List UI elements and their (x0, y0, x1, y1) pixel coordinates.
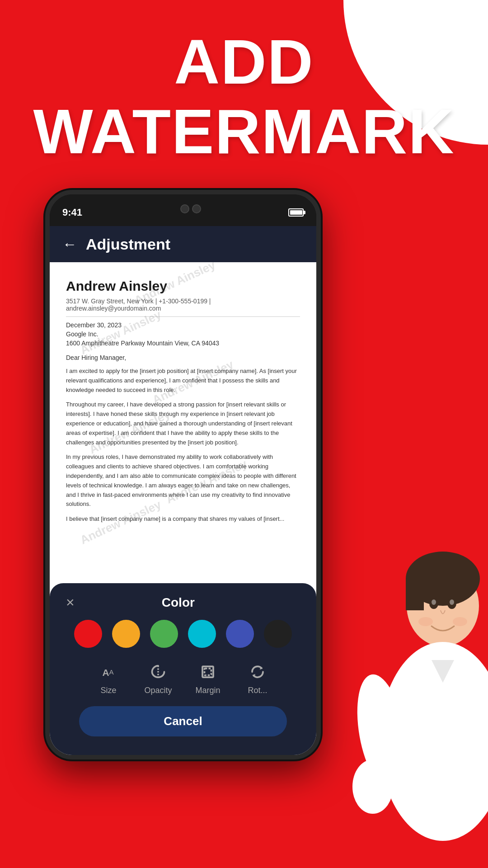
close-button[interactable]: × (66, 594, 75, 611)
person-svg (303, 552, 488, 868)
tool-margin[interactable]: Margin (183, 661, 233, 695)
bottom-panel: × Color AA (50, 583, 316, 755)
svg-text:A: A (109, 668, 114, 676)
tool-row: AA Size Opacity (50, 657, 316, 700)
cancel-button[interactable]: Cancel (79, 706, 287, 736)
doc-para-1: I am excited to apply for the [insert jo… (66, 367, 300, 395)
text-size-icon: AA (98, 661, 119, 682)
person-image (298, 552, 488, 868)
color-swatch-black[interactable] (264, 620, 292, 648)
svg-rect-6 (406, 579, 424, 610)
svg-point-15 (432, 599, 436, 605)
doc-para-2: Throughout my career, I have developed a… (66, 400, 300, 447)
rotation-label: Rot... (248, 686, 267, 695)
svg-point-18 (453, 617, 467, 626)
doc-address: 1600 Amphitheatre Parkway Mountain View,… (66, 340, 300, 347)
battery-icon (288, 208, 304, 217)
color-swatches (61, 615, 305, 657)
doc-para-4: I believe that [insert company name] is … (66, 514, 300, 524)
rotate-icon (247, 661, 268, 682)
svg-point-17 (418, 617, 433, 626)
page-title: Adjustment (86, 236, 170, 253)
status-time: 9:41 (62, 207, 82, 218)
app-header: ← Adjustment (50, 226, 316, 262)
color-swatch-cyan[interactable] (188, 620, 216, 648)
color-swatch-blue[interactable] (226, 620, 254, 648)
hero-title: ADD WATERMARK (0, 27, 488, 166)
size-label: Size (100, 686, 116, 695)
doc-company: Google Inc. (66, 330, 300, 338)
camera-notch (151, 198, 215, 212)
opacity-icon (148, 661, 169, 682)
svg-point-11 (352, 760, 393, 814)
color-swatch-orange[interactable] (112, 620, 140, 648)
document-inner: Andrew Ainsley 3517 W. Gray Street, New … (50, 262, 316, 538)
panel-header: × Color (50, 583, 316, 615)
doc-name: Andrew Ainsley (66, 278, 300, 294)
doc-contact: 3517 W. Gray Street, New York | +1-300-5… (66, 297, 300, 317)
document-content: Andrew Ainsley 3517 W. Gray Street, New … (50, 262, 316, 755)
panel-title: Color (162, 595, 195, 610)
battery-fill (290, 210, 302, 215)
margin-icon (197, 661, 218, 682)
color-swatch-red[interactable] (74, 620, 102, 648)
tool-rotation[interactable]: Rot... (233, 661, 282, 695)
hero-section: ADD WATERMARK (0, 27, 488, 166)
doc-para-3: In my previous roles, I have demonstrate… (66, 453, 300, 509)
camera-bump (180, 204, 201, 213)
status-bar: 9:41 (50, 194, 316, 226)
doc-salutation: Dear Hiring Manager, (66, 354, 300, 361)
opacity-label: Opacity (144, 686, 172, 695)
margin-label: Margin (195, 686, 220, 695)
camera-lens-2 (192, 204, 201, 213)
status-icons (288, 208, 304, 217)
doc-date: December 30, 2023 (66, 321, 300, 329)
phone-mockup: 9:41 ← Adjustment Andrew Ainsley 351 (45, 190, 321, 787)
svg-text:A: A (103, 667, 109, 678)
camera-lens-1 (180, 204, 189, 213)
back-button[interactable]: ← (62, 236, 77, 253)
svg-rect-3 (205, 669, 211, 675)
tool-opacity[interactable]: Opacity (133, 661, 183, 695)
tool-size[interactable]: AA Size (84, 661, 133, 695)
phone-shell: 9:41 ← Adjustment Andrew Ainsley 351 (45, 190, 321, 760)
color-swatch-green[interactable] (150, 620, 178, 648)
svg-point-16 (450, 599, 454, 605)
